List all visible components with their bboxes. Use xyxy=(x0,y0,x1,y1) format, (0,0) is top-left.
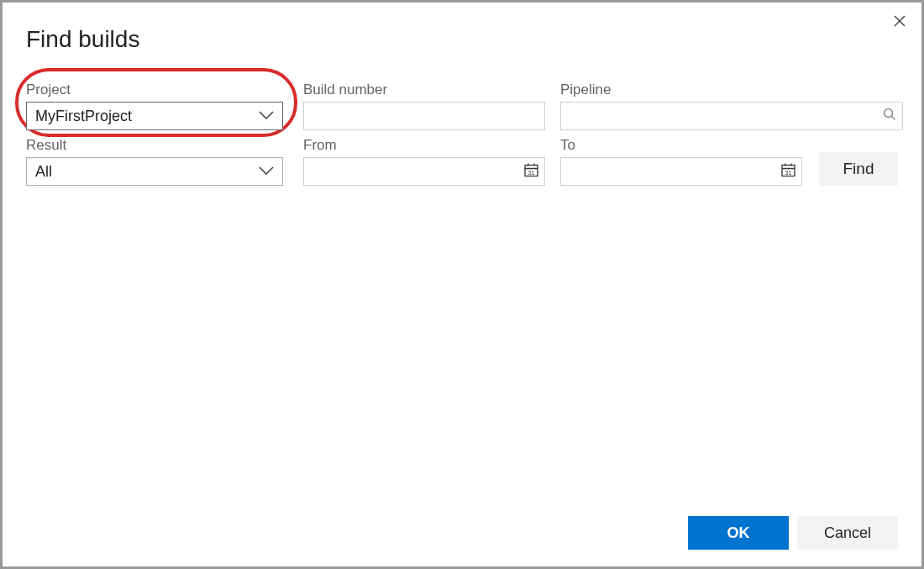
close-button[interactable] xyxy=(888,9,911,33)
project-field: Project MyFirstProject xyxy=(26,82,283,130)
dialog-footer: OK Cancel xyxy=(688,516,898,550)
from-field: From 31 xyxy=(303,137,545,186)
form-row-2: Result All From 31 To xyxy=(26,137,898,186)
from-input[interactable] xyxy=(303,157,545,186)
dialog-title: Find builds xyxy=(26,26,898,53)
result-field: Result All xyxy=(26,137,283,186)
close-icon xyxy=(894,15,906,27)
form-area: Project MyFirstProject Build number Pipe… xyxy=(26,82,898,186)
to-input[interactable] xyxy=(560,157,802,186)
result-select[interactable]: All xyxy=(26,157,283,186)
build-number-field: Build number xyxy=(303,82,545,130)
project-value: MyFirstProject xyxy=(35,108,132,125)
from-label: From xyxy=(303,137,545,154)
project-select[interactable]: MyFirstProject xyxy=(26,102,283,130)
to-label: To xyxy=(560,137,802,154)
pipeline-input[interactable] xyxy=(560,102,903,130)
cancel-button[interactable]: Cancel xyxy=(797,516,898,550)
pipeline-label: Pipeline xyxy=(560,82,903,98)
to-field: To 31 xyxy=(560,137,802,186)
find-button[interactable]: Find xyxy=(819,152,898,186)
result-value: All xyxy=(35,163,52,181)
pipeline-field: Pipeline xyxy=(560,82,903,130)
chevron-down-icon xyxy=(259,164,274,179)
build-number-input[interactable] xyxy=(303,102,545,130)
form-row-1: Project MyFirstProject Build number Pipe… xyxy=(26,82,898,130)
project-label: Project xyxy=(26,82,283,98)
find-builds-dialog: Find builds Project MyFirstProject Build… xyxy=(3,3,921,566)
build-number-label: Build number xyxy=(303,82,545,98)
chevron-down-icon xyxy=(259,108,274,124)
ok-button[interactable]: OK xyxy=(688,516,789,550)
result-label: Result xyxy=(26,137,283,154)
